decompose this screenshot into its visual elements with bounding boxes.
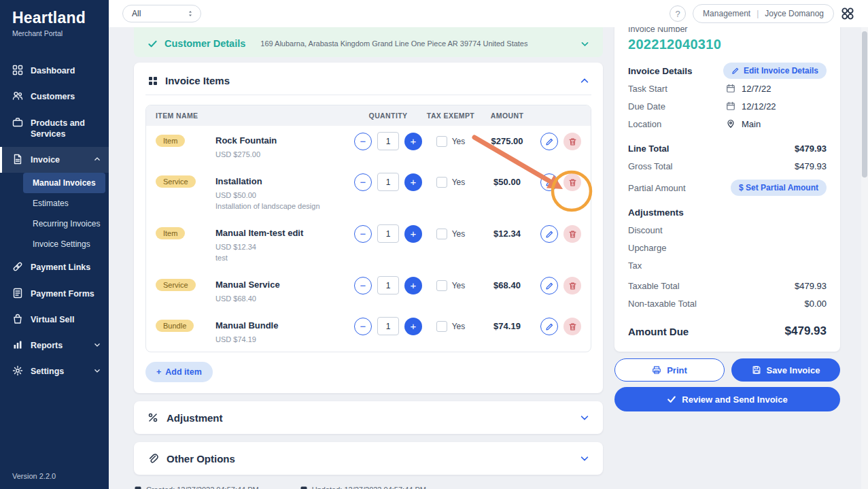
subitem-label: Manual Invoices bbox=[33, 178, 96, 188]
print-button[interactable]: Print bbox=[614, 358, 725, 382]
sidebar-subitem-estimates[interactable]: Estimates bbox=[0, 193, 109, 214]
trash-icon bbox=[568, 282, 577, 290]
sidebar-subitem-manual-invoices[interactable]: Manual Invoices bbox=[23, 173, 105, 193]
add-item-label: Add item bbox=[165, 367, 201, 377]
review-and-send-button[interactable]: Review and Send Invoice bbox=[614, 387, 840, 411]
delete-item-button[interactable] bbox=[563, 277, 581, 294]
sidebar-item-virtual-sell[interactable]: Virtual Sell bbox=[0, 307, 109, 333]
invoice-items-table: ITEM NAME QUANTITY TAX EXEMPT AMOUNT Ite… bbox=[145, 105, 591, 352]
tax-exempt-checkbox[interactable] bbox=[436, 177, 447, 188]
filter-value: All bbox=[132, 9, 141, 18]
gross-total-label: Gross Total bbox=[628, 161, 673, 171]
decrease-quantity-button[interactable]: − bbox=[354, 133, 372, 150]
chevron-up-icon[interactable] bbox=[580, 76, 589, 86]
tax-exempt-checkbox[interactable] bbox=[436, 321, 447, 332]
decrease-quantity-button[interactable]: − bbox=[354, 318, 372, 335]
save-icon bbox=[752, 365, 761, 375]
sidebar-item-reports[interactable]: Reports bbox=[0, 333, 109, 358]
form-icon bbox=[12, 288, 23, 299]
pencil-icon bbox=[545, 282, 554, 290]
chevron-down-icon bbox=[94, 367, 101, 374]
increase-quantity-button[interactable]: + bbox=[404, 133, 422, 150]
edit-item-button[interactable] bbox=[540, 318, 558, 335]
sidebar-subitem-invoice-settings[interactable]: Invoice Settings bbox=[0, 234, 109, 254]
edit-invoice-details-button[interactable]: Edit Invoice Details bbox=[723, 63, 827, 79]
pencil-icon bbox=[545, 178, 554, 187]
filter-select[interactable]: All bbox=[122, 5, 201, 22]
sidebar-subitem-recurring-invoices[interactable]: Recurring Invoices bbox=[0, 214, 109, 234]
set-partial-amount-button[interactable]: $ Set Partial Amount bbox=[731, 180, 827, 196]
customers-icon bbox=[12, 90, 23, 101]
table-row: Item Manual Item-test edit USD $12.34 te… bbox=[146, 218, 591, 270]
add-item-button[interactable]: + Add item bbox=[145, 362, 213, 382]
other-options-section[interactable]: Other Options bbox=[134, 442, 603, 475]
item-type-badge: Service bbox=[156, 279, 196, 291]
quantity-input[interactable] bbox=[377, 132, 399, 150]
plus-icon: + bbox=[156, 367, 161, 377]
tax-exempt-label: Yes bbox=[452, 178, 466, 187]
updated-text: Updated: 12/27/2022 04:57:44 PM bbox=[312, 486, 426, 489]
sidebar-item-payment-links[interactable]: Payment Links bbox=[0, 254, 109, 280]
invoice-items-header: Invoice Items bbox=[145, 72, 591, 95]
quantity-input[interactable] bbox=[377, 173, 399, 191]
quantity-input[interactable] bbox=[377, 224, 399, 243]
sidebar-item-customers[interactable]: Customers bbox=[0, 84, 109, 109]
sidebar-item-dashboard[interactable]: Dashboard bbox=[0, 58, 109, 84]
app-launcher-icon[interactable] bbox=[841, 7, 854, 20]
adjustment-section[interactable]: Adjustment bbox=[134, 401, 603, 434]
item-price: USD $68.40 bbox=[215, 294, 351, 303]
scrollbar-thumb[interactable] bbox=[862, 31, 867, 178]
set-partial-amount-label: $ Set Partial Amount bbox=[739, 183, 818, 192]
sidebar-item-payment-forms[interactable]: Payment Forms bbox=[0, 281, 109, 307]
sidebar-item-products-services[interactable]: Products and Services bbox=[0, 110, 109, 148]
user-menu[interactable]: Management | Joyce Domanog bbox=[693, 4, 834, 23]
delete-item-button[interactable] bbox=[563, 133, 581, 150]
delete-item-button[interactable] bbox=[563, 173, 581, 191]
edit-item-button[interactable] bbox=[540, 225, 558, 243]
column-header-amount: AMOUNT bbox=[476, 112, 538, 120]
customer-details-section[interactable]: Customer Details 169 Alubarna, Arabasta … bbox=[134, 27, 603, 57]
increase-quantity-button[interactable]: + bbox=[404, 318, 422, 335]
item-price: USD $50.00 bbox=[215, 191, 351, 199]
decrease-quantity-button[interactable]: − bbox=[354, 277, 372, 294]
dashboard-icon bbox=[12, 65, 23, 75]
user-name: Joyce Domanog bbox=[765, 9, 824, 18]
item-type-badge: Item bbox=[156, 135, 185, 147]
invoice-summary-card: Invoice Number 202212040310 Invoice Deta… bbox=[614, 27, 840, 352]
save-invoice-button[interactable]: Save Invoice bbox=[731, 358, 840, 382]
check-icon bbox=[667, 394, 676, 404]
paperclip-icon bbox=[147, 453, 158, 464]
sidebar-item-invoice[interactable]: Invoice bbox=[0, 147, 109, 173]
sidebar-item-settings[interactable]: Settings bbox=[0, 358, 109, 384]
line-amount: $50.00 bbox=[476, 175, 538, 190]
adjustment-title: Adjustment bbox=[167, 412, 223, 424]
edit-item-button[interactable] bbox=[540, 133, 558, 150]
increase-quantity-button[interactable]: + bbox=[404, 225, 422, 243]
increase-quantity-button[interactable]: + bbox=[404, 173, 422, 191]
chevron-down-icon[interactable] bbox=[580, 413, 589, 422]
tax-exempt-checkbox[interactable] bbox=[436, 280, 447, 291]
increase-quantity-button[interactable]: + bbox=[404, 277, 422, 294]
tax-exempt-checkbox[interactable] bbox=[436, 136, 447, 147]
chevron-down-icon[interactable] bbox=[580, 454, 589, 463]
line-amount: $74.19 bbox=[476, 319, 538, 334]
scrollbar-track[interactable] bbox=[861, 27, 868, 489]
quantity-input[interactable] bbox=[377, 276, 399, 294]
chevron-down-icon[interactable] bbox=[580, 39, 589, 48]
help-button[interactable]: ? bbox=[670, 5, 686, 22]
delete-item-button[interactable] bbox=[563, 225, 581, 243]
brand-title: Heartland bbox=[12, 9, 97, 27]
chart-icon bbox=[12, 339, 23, 350]
clock-icon bbox=[300, 486, 308, 489]
delete-item-button[interactable] bbox=[563, 318, 581, 335]
invoice-number-label: Invoice Number bbox=[628, 27, 827, 34]
subitem-label: Invoice Settings bbox=[33, 239, 90, 249]
edit-item-button[interactable] bbox=[540, 173, 558, 191]
adjustments-heading: Adjustments bbox=[628, 207, 827, 221]
line-amount: $275.00 bbox=[476, 134, 538, 149]
decrease-quantity-button[interactable]: − bbox=[354, 173, 372, 191]
tax-exempt-checkbox[interactable] bbox=[436, 229, 447, 239]
edit-item-button[interactable] bbox=[540, 277, 558, 294]
quantity-input[interactable] bbox=[377, 317, 399, 335]
decrease-quantity-button[interactable]: − bbox=[354, 225, 372, 243]
